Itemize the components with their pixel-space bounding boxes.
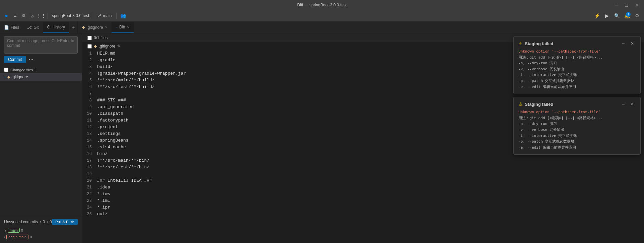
tab-git[interactable]: ⎇ Git: [23, 22, 43, 33]
run-icon[interactable]: ▶: [602, 11, 611, 20]
lightning-icon[interactable]: ⚡: [592, 11, 601, 20]
grid-icon[interactable]: ⋮⋮: [38, 12, 45, 19]
tab-history[interactable]: ⏱ History: [43, 22, 69, 33]
branch-selector[interactable]: ⎇ main: [95, 13, 114, 19]
line-number: 14: [82, 137, 97, 144]
line-content: *.iws: [97, 191, 110, 197]
file-icon-gitignore: ◆: [7, 75, 10, 79]
line-number: 5: [82, 77, 97, 84]
collab-icon[interactable]: 👥: [119, 12, 127, 19]
history-icon: ⏱: [47, 25, 51, 29]
add-panel-button[interactable]: +: [69, 22, 77, 33]
notifications-icon[interactable]: 🔔 2: [623, 11, 631, 20]
line-content: .settings: [97, 131, 121, 137]
commit-message-input[interactable]: [4, 36, 78, 54]
notification-2: ⚠ Staging failed ··· ✕ Unknown option '-…: [513, 97, 641, 155]
tab-history-label: History: [53, 25, 65, 29]
sidebar: Commit ⋯ Changed files 1 + ◆ .gitignore …: [0, 33, 82, 243]
line-number: 22: [82, 191, 97, 197]
tab-gitignore-close[interactable]: ✕: [105, 25, 108, 29]
code-line: 24 *.ipr: [82, 204, 644, 211]
search-global-icon[interactable]: 🔍: [613, 11, 621, 20]
notif-close-button[interactable]: ✕: [629, 40, 636, 47]
search-icon[interactable]: ⌕: [29, 12, 36, 19]
revert-icon[interactable]: ↺: [61, 74, 67, 80]
line-number: 19: [82, 171, 97, 177]
notif-title: Staging failed: [525, 41, 618, 46]
files-count-label: 0/1 files: [94, 35, 108, 40]
notif-error-line: Unknown option '--pathspec-from-file': [518, 109, 636, 115]
up-count: 0: [43, 220, 45, 224]
git-icon: ⎇: [27, 25, 32, 30]
notif-close-button[interactable]: ✕: [629, 101, 636, 107]
line-number: 6: [82, 84, 97, 90]
pull-push-button[interactable]: Pull & Push: [52, 219, 78, 225]
branch-item-main[interactable]: ∨ main 0: [4, 227, 78, 234]
files-select-checkbox[interactable]: [87, 36, 92, 40]
line-content: *.ipr: [97, 204, 110, 211]
file-row-name: .gitignore: [99, 44, 115, 49]
line-content: .classpath: [97, 110, 123, 117]
app-icon[interactable]: ●: [3, 12, 10, 19]
line-number: 4: [82, 70, 97, 77]
changed-files-label: Changed files 1: [10, 68, 36, 72]
line-content: ### IntelliJ IDEA ###: [97, 177, 152, 184]
explorer-icon[interactable]: ⧉: [20, 12, 27, 19]
file-row-edit-icon[interactable]: ✎: [117, 44, 121, 49]
close-button[interactable]: ✕: [633, 2, 641, 8]
window-title: Diff — springBoot-3.0.0-test: [297, 3, 347, 7]
file-item-gitignore[interactable]: + ◆ .gitignore ↺ ✎ +: [0, 73, 82, 81]
notif-header: ⚠ Staging failed ··· ✕: [518, 101, 636, 107]
file-name-gitignore: .gitignore: [11, 75, 60, 79]
up-arrow-icon: ↑: [39, 220, 41, 224]
file-checkbox[interactable]: [87, 44, 92, 49]
main-branch-tag: main: [8, 228, 20, 233]
right-toolbar: ⚡ ▶ 🔍 🔔 2 ⚙: [592, 11, 641, 20]
line-number: 15: [82, 144, 97, 151]
line-content: .apt_generated: [97, 104, 134, 110]
notif-hint-line: 用法：git add [<选项>] [--] <路径规格>...: [518, 55, 636, 61]
stage-icon[interactable]: +: [73, 74, 78, 80]
tab-diff[interactable]: ~ Diff ✕: [112, 22, 134, 33]
notif-body: Unknown option '--pathspec-from-file' 用法…: [518, 49, 636, 90]
tab-files[interactable]: 📄 Files: [0, 22, 23, 33]
branch-collapse-icon: ›: [4, 235, 5, 239]
separator3: [116, 13, 117, 19]
gitignore-file-icon: ◆: [82, 25, 85, 29]
code-line: 18 !**/src/test/**/bin/: [82, 164, 644, 171]
notification-badge: 2: [626, 12, 631, 17]
hamburger-icon[interactable]: ≡: [11, 12, 19, 19]
branch-item-origin[interactable]: › origin/main 0: [4, 234, 78, 240]
open-changes-icon[interactable]: ✎: [67, 74, 73, 80]
separator: [48, 13, 48, 19]
tab-git-label: Git: [33, 25, 39, 30]
tab-gitignore-label: .gitignore: [86, 25, 103, 30]
main-branch-count: 0: [21, 228, 23, 232]
down-count: 0: [50, 220, 52, 224]
line-content: !**/src/test/**/build/: [97, 84, 155, 90]
sidebar-header: Commit ⋯: [0, 33, 82, 66]
settings-gear-icon[interactable]: ⚙: [633, 11, 641, 20]
tab-gitignore[interactable]: ◆ .gitignore ✕: [78, 22, 111, 33]
line-number: 1: [82, 50, 97, 57]
line-content: .idea: [97, 184, 110, 191]
line-content: out/: [97, 211, 108, 218]
maximize-button[interactable]: □: [623, 2, 630, 8]
notif-more-button[interactable]: ···: [620, 101, 627, 107]
tab-diff-close[interactable]: ✕: [127, 25, 130, 29]
line-content: build/: [97, 64, 113, 70]
commit-button[interactable]: Commit: [4, 56, 26, 63]
select-all-checkbox[interactable]: [4, 68, 8, 72]
titlebar: Diff — springBoot-3.0.0-test ─ □ ✕: [0, 0, 644, 10]
window-controls: ─ □ ✕: [613, 2, 641, 8]
commit-settings-icon[interactable]: ⋯: [27, 56, 35, 64]
line-content: HELP.md: [97, 50, 116, 57]
line-content: !**/src/main/**/build/: [97, 77, 155, 84]
editor-tabs: ◆ .gitignore ✕ ~ Diff ✕: [78, 22, 134, 33]
separator2: [92, 13, 92, 19]
line-number: 20: [82, 177, 97, 184]
line-content: .project: [97, 124, 118, 131]
minimize-button[interactable]: ─: [613, 2, 621, 8]
notif-more-button[interactable]: ···: [620, 40, 627, 47]
editor-area: 0/1 files ◆ .gitignore ✎ 1 HELP.md 2 .gr…: [82, 33, 644, 243]
